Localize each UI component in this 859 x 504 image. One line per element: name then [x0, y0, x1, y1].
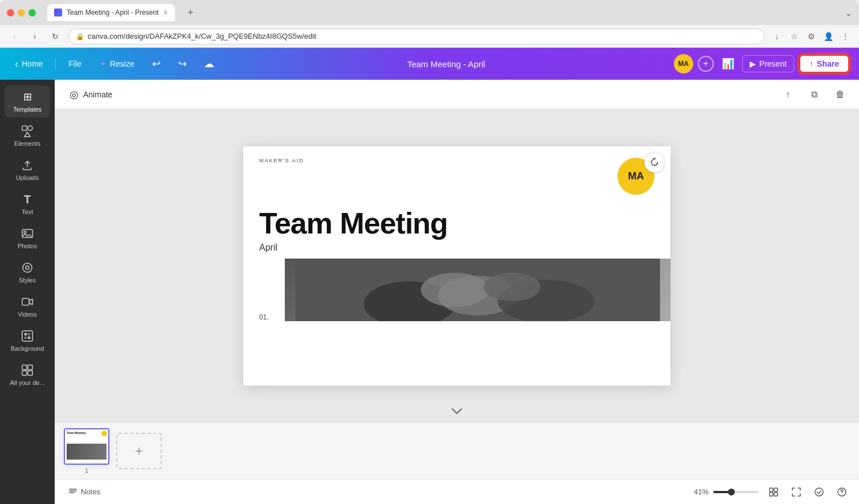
notes-icon	[68, 487, 77, 497]
duplicate-slide-button[interactable]: ⧉	[804, 85, 824, 104]
slide-number-label: 1	[85, 467, 88, 474]
present-label: Present	[759, 59, 787, 68]
cloud-icon: ☁	[204, 58, 214, 70]
close-traffic-light[interactable]	[7, 9, 14, 17]
background-label: Background	[11, 345, 44, 352]
add-collaborator-button[interactable]: +	[698, 56, 714, 72]
svg-point-22	[483, 273, 540, 301]
sidebar-item-text[interactable]: T Text	[5, 188, 50, 220]
animate-button[interactable]: ◎ Animate	[64, 85, 118, 104]
collapse-panel-button[interactable]	[451, 407, 463, 416]
notes-button[interactable]: Notes	[64, 485, 105, 499]
text-icon: T	[21, 192, 34, 206]
app-header: ‹ Home File ✦ Resize ↩ ↪ ☁ Team Meeting …	[0, 48, 859, 80]
slide-bottom: 01.	[243, 259, 670, 321]
addressbar-actions: ↓ ☆ ⚙ 👤 ⋮	[770, 30, 852, 43]
chevron-left-icon: ‹	[15, 58, 18, 70]
share-upload-icon: ↑	[809, 59, 813, 68]
trash-icon: 🗑	[836, 89, 845, 100]
grid-view-button[interactable]	[766, 484, 782, 500]
chevron-down-icon	[451, 408, 463, 415]
browser-tab[interactable]: Team Meeting - April - Present ×	[47, 4, 175, 21]
check-button[interactable]	[811, 484, 827, 500]
svg-point-28	[815, 488, 823, 496]
tab-favicon	[54, 9, 62, 17]
bookmark-icon[interactable]: ☆	[787, 30, 801, 43]
styles-label: Styles	[19, 277, 36, 284]
header-actions: MA + 📊 ▶ Present ↑ Share	[674, 54, 850, 73]
thumb-image-strip	[67, 444, 107, 460]
sidebar-item-styles[interactable]: Styles	[5, 256, 50, 288]
zoom-slider[interactable]	[713, 491, 759, 493]
download-icon[interactable]: ↓	[770, 30, 784, 43]
animate-label: Animate	[83, 90, 112, 99]
refresh-slide-button[interactable]	[644, 152, 665, 173]
help-button[interactable]	[834, 484, 850, 500]
add-slide-button[interactable]: +	[116, 433, 162, 469]
styles-icon	[21, 261, 34, 274]
slide-thumbnail-wrapper: Team Meeting 1	[64, 428, 109, 474]
sidebar-item-all-designs[interactable]: All your de...	[5, 359, 50, 391]
hands-graphic	[285, 259, 670, 321]
maximize-traffic-light[interactable]	[28, 9, 36, 17]
svg-rect-14	[28, 365, 32, 370]
svg-rect-0	[22, 126, 27, 130]
new-tab-button[interactable]: +	[183, 5, 199, 21]
sidebar-item-templates[interactable]: ⊞ Templates	[5, 85, 50, 117]
browser-collapse-button[interactable]: ⌄	[845, 7, 852, 18]
menu-icon[interactable]: ⋮	[838, 30, 852, 43]
all-designs-label: All your de...	[10, 379, 44, 386]
canvas-area: ◎ Animate ↑ ⧉ 🗑	[55, 80, 859, 504]
slide-header: MAKER'S AID MA	[243, 146, 670, 195]
undo-button[interactable]: ↩	[147, 54, 166, 73]
redo-icon: ↪	[178, 58, 187, 70]
share-button[interactable]: ↑ Share	[799, 54, 850, 73]
back-button[interactable]: ‹	[7, 29, 22, 44]
sidebar: ⊞ Templates Elements Uploads	[0, 80, 55, 504]
extensions-icon[interactable]: ⚙	[804, 30, 818, 43]
minimize-traffic-light[interactable]	[18, 9, 25, 17]
zoom-thumb[interactable]	[728, 489, 735, 495]
sidebar-item-videos[interactable]: Videos	[5, 290, 50, 322]
grid-icon	[769, 487, 778, 497]
redo-button[interactable]: ↪	[173, 54, 193, 73]
share-slide-button[interactable]: ↑	[778, 85, 797, 104]
sidebar-item-uploads[interactable]: Uploads	[5, 154, 50, 186]
sidebar-item-background[interactable]: Background	[5, 325, 50, 357]
refresh-button[interactable]: ↻	[48, 29, 63, 44]
slide-canvas[interactable]: MAKER'S AID MA Team Meeting April 01.	[243, 146, 670, 386]
profile-icon[interactable]: 👤	[821, 30, 835, 43]
home-label: Home	[22, 59, 43, 68]
svg-point-4	[24, 231, 26, 233]
file-button[interactable]: File	[63, 56, 87, 72]
browser-titlebar: Team Meeting - April - Present × + ⌄	[0, 0, 859, 25]
home-button[interactable]: ‹ Home	[9, 55, 48, 73]
svg-rect-25	[774, 488, 778, 491]
duplicate-icon: ⧉	[811, 89, 817, 100]
header-divider	[55, 58, 56, 69]
thumb-yellow-dot	[101, 431, 107, 436]
svg-rect-12	[28, 337, 30, 339]
svg-point-2	[28, 126, 32, 130]
refresh-icon	[650, 158, 659, 167]
slide-thumbnail-1[interactable]: Team Meeting	[64, 428, 109, 465]
cloud-save-button[interactable]: ☁	[199, 54, 219, 73]
maker-label: MAKER'S AID	[259, 158, 304, 163]
canvas-main[interactable]: MAKER'S AID MA Team Meeting April 01.	[55, 109, 859, 422]
photos-icon	[21, 227, 34, 240]
user-avatar[interactable]: MA	[674, 54, 693, 73]
delete-slide-button[interactable]: 🗑	[831, 85, 850, 104]
forward-button[interactable]: ›	[27, 29, 42, 44]
resize-button[interactable]: ✦ Resize	[94, 56, 140, 72]
tab-close-button[interactable]: ×	[163, 8, 167, 17]
svg-point-21	[420, 273, 489, 307]
sidebar-item-elements[interactable]: Elements	[5, 120, 50, 151]
sidebar-item-photos[interactable]: Photos	[5, 222, 50, 254]
address-bar[interactable]: 🔒 canva.com/design/DAFAkZPK4_k/Cw_3g_PQE…	[68, 28, 764, 44]
zoom-percent: 41%	[694, 487, 709, 496]
analytics-button[interactable]: 📊	[718, 54, 738, 73]
present-button[interactable]: ▶ Present	[742, 55, 794, 72]
svg-rect-10	[28, 333, 30, 335]
svg-rect-8	[22, 331, 32, 341]
fullscreen-button[interactable]	[788, 484, 804, 500]
